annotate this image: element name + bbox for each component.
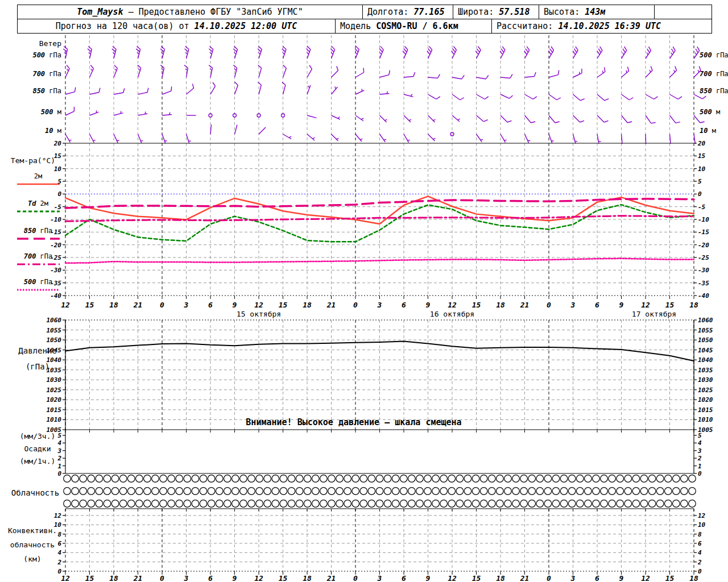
- svg-text:1020: 1020: [47, 396, 62, 404]
- svg-text:4: 4: [57, 549, 61, 556]
- svg-text:1: 1: [57, 463, 61, 470]
- svg-text:0: 0: [57, 470, 61, 477]
- svg-text:3: 3: [570, 301, 576, 309]
- svg-text:15: 15: [279, 574, 288, 582]
- svg-text:850 гПа: 850 гПа: [32, 87, 61, 95]
- svg-text:700 гПа: 700 гПа: [700, 70, 728, 78]
- svg-text:1025: 1025: [47, 386, 62, 394]
- svg-text:21: 21: [520, 574, 530, 582]
- svg-text:12: 12: [448, 301, 457, 309]
- svg-text:5: 5: [698, 432, 702, 439]
- svg-text:850 гПа: 850 гПа: [24, 227, 53, 235]
- time-axis-bottom: 1215182103691215182103691215182103691215…: [61, 574, 698, 582]
- svg-text:10 м: 10 м: [45, 127, 61, 135]
- svg-text:500 гПа: 500 гПа: [24, 278, 53, 286]
- svg-text:(мм/1ч.): (мм/1ч.): [20, 457, 56, 465]
- svg-text:-5: -5: [698, 203, 706, 211]
- svg-text:-25: -25: [698, 254, 709, 261]
- svg-text:1010: 1010: [47, 416, 62, 423]
- svg-text:3: 3: [184, 574, 189, 582]
- svg-text:облачность: облачность: [10, 541, 55, 549]
- svg-text:15: 15: [85, 574, 94, 582]
- svg-text:1035: 1035: [698, 367, 713, 374]
- time-axis: 1215182103691215182103691215182103691215…: [61, 301, 698, 318]
- svg-text:9: 9: [426, 574, 431, 582]
- svg-text:8: 8: [57, 531, 61, 538]
- svg-text:500 м: 500 м: [700, 108, 720, 116]
- svg-text:-40: -40: [698, 292, 709, 300]
- svg-text:18: 18: [689, 574, 698, 582]
- svg-text:Внимание! Высокое давление — ш: Внимание! Высокое давление — шкала смеще…: [246, 417, 461, 427]
- svg-text:3: 3: [57, 447, 61, 455]
- svg-text:6: 6: [208, 301, 213, 309]
- svg-text:-15: -15: [698, 228, 709, 236]
- svg-text:1060: 1060: [47, 317, 62, 324]
- svg-text:0: 0: [353, 574, 358, 582]
- svg-text:Конвективн.: Конвективн.: [8, 526, 57, 535]
- svg-text:-10: -10: [698, 216, 709, 223]
- meteogram-chart: Ветер500 гПа500 гПа700 гПа700 гПа850 гПа…: [0, 0, 728, 582]
- svg-text:6: 6: [402, 301, 406, 309]
- svg-text:(мм/3ч.): (мм/3ч.): [20, 432, 56, 440]
- convective-panel: 121210108866442200Конвективн.облачность(…: [8, 512, 706, 575]
- svg-text:1050: 1050: [698, 336, 713, 344]
- svg-text:-10: -10: [50, 216, 61, 223]
- svg-text:18: 18: [109, 301, 118, 309]
- svg-text:3: 3: [570, 574, 576, 582]
- svg-text:15: 15: [279, 301, 288, 309]
- svg-text:-40: -40: [50, 292, 61, 300]
- svg-text:4: 4: [57, 439, 61, 447]
- svg-text:12: 12: [61, 574, 70, 582]
- svg-text:-20: -20: [698, 242, 709, 249]
- svg-text:10: 10: [54, 165, 62, 173]
- svg-text:1055: 1055: [47, 327, 62, 334]
- svg-text:(гПа): (гПа): [26, 362, 49, 371]
- svg-text:4: 4: [698, 439, 702, 447]
- svg-text:21: 21: [133, 301, 143, 309]
- svg-text:9: 9: [619, 574, 624, 582]
- cloud-panel: Облачность: [11, 475, 696, 512]
- svg-text:0: 0: [698, 568, 702, 575]
- svg-text:9: 9: [233, 574, 237, 582]
- svg-text:1055: 1055: [698, 327, 713, 334]
- svg-text:4: 4: [698, 549, 702, 556]
- svg-text:1050: 1050: [47, 336, 62, 344]
- svg-text:9: 9: [233, 301, 237, 309]
- svg-text:18: 18: [496, 301, 505, 309]
- svg-text:0: 0: [160, 301, 164, 309]
- svg-text:1060: 1060: [698, 317, 713, 324]
- svg-text:2: 2: [57, 455, 61, 462]
- svg-text:5: 5: [57, 432, 61, 439]
- svg-text:(км): (км): [23, 555, 41, 563]
- svg-text:9: 9: [426, 301, 431, 309]
- svg-text:3: 3: [377, 301, 382, 309]
- svg-text:12: 12: [641, 301, 650, 309]
- svg-text:18: 18: [303, 574, 312, 582]
- svg-text:5: 5: [698, 178, 702, 185]
- svg-text:12: 12: [54, 512, 62, 519]
- svg-text:0: 0: [698, 190, 702, 198]
- svg-text:6: 6: [595, 301, 599, 309]
- svg-text:2м: 2м: [34, 172, 42, 180]
- svg-text:12: 12: [254, 301, 263, 309]
- svg-text:Облачность: Облачность: [11, 488, 59, 497]
- svg-text:6: 6: [57, 540, 61, 547]
- svg-text:1025: 1025: [698, 386, 713, 394]
- svg-text:12: 12: [61, 301, 70, 309]
- svg-text:10: 10: [698, 165, 706, 173]
- svg-text:1040: 1040: [698, 356, 713, 364]
- svg-text:21: 21: [520, 301, 530, 309]
- svg-text:2: 2: [57, 559, 61, 566]
- svg-text:1015: 1015: [47, 406, 62, 414]
- svg-text:2: 2: [697, 455, 702, 462]
- svg-text:15: 15: [85, 301, 94, 309]
- svg-text:700 гПа: 700 гПа: [32, 70, 61, 78]
- svg-text:15: 15: [472, 301, 481, 309]
- pressure-panel: 1060106010551055105010501045104510401040…: [18, 317, 713, 434]
- svg-text:0: 0: [160, 574, 164, 582]
- svg-text:1: 1: [698, 463, 702, 470]
- svg-text:20: 20: [697, 140, 706, 147]
- svg-text:1020: 1020: [698, 396, 713, 404]
- svg-text:Td 2м: Td 2м: [28, 199, 48, 207]
- svg-text:0: 0: [57, 190, 61, 198]
